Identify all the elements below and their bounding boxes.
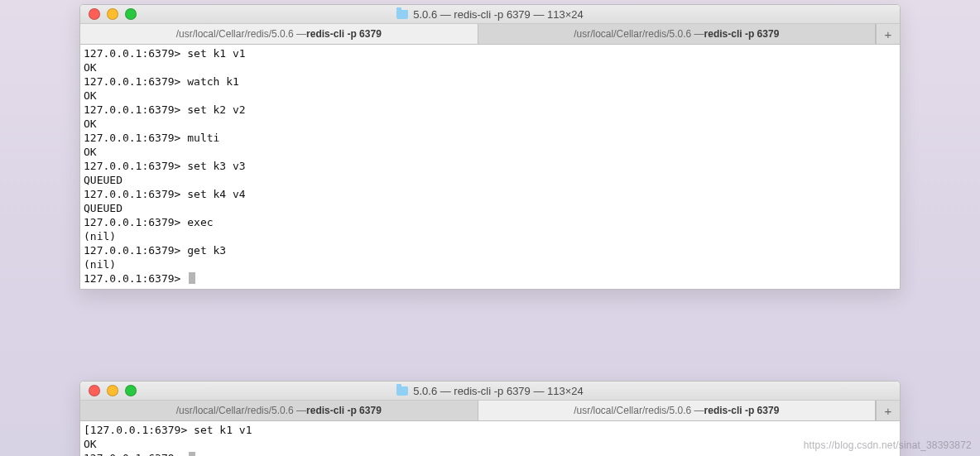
tab-cmd: redis-cli -p 6379	[306, 28, 382, 40]
prompt-line: 127.0.0.1:6379> multi	[84, 131, 896, 145]
traffic-lights	[80, 8, 137, 20]
prompt-line: 127.0.0.1:6379>	[84, 271, 896, 286]
tab-cmd: redis-cli -p 6379	[704, 28, 780, 40]
tab-bar: /usr/local/Cellar/redis/5.0.6 — redis-cl…	[80, 24, 900, 45]
output-line: (nil)	[84, 229, 896, 243]
prompt-line: 127.0.0.1:6379> set k4 v4	[84, 187, 896, 201]
close-icon[interactable]	[89, 8, 100, 20]
tab-2[interactable]: /usr/local/Cellar/redis/5.0.6 — redis-cl…	[478, 401, 877, 420]
close-icon[interactable]	[89, 385, 100, 396]
tab-bar: /usr/local/Cellar/redis/5.0.6 — redis-cl…	[80, 401, 900, 421]
terminal-output[interactable]: 127.0.0.1:6379> set k1 v1OK127.0.0.1:637…	[80, 45, 900, 289]
folder-icon	[396, 386, 408, 396]
zoom-icon[interactable]	[125, 385, 137, 396]
minimize-icon[interactable]	[107, 385, 118, 396]
minimize-icon[interactable]	[107, 8, 118, 20]
output-line: (nil)	[84, 257, 896, 271]
window-title: 5.0.6 — redis-cli -p 6379 — 113×24	[80, 385, 900, 397]
output-line: OK	[84, 145, 896, 159]
output-line: QUEUED	[84, 201, 896, 215]
output-line: QUEUED	[84, 173, 896, 187]
tab-path: /usr/local/Cellar/redis/5.0.6 —	[574, 28, 704, 40]
window-title-text: 5.0.6 — redis-cli -p 6379 — 113×24	[413, 385, 584, 397]
tab-1[interactable]: /usr/local/Cellar/redis/5.0.6 — redis-cl…	[80, 24, 478, 44]
prompt-line: 127.0.0.1:6379> set k2 v2	[84, 103, 896, 117]
output-line: OK	[84, 89, 896, 103]
titlebar[interactable]: 5.0.6 — redis-cli -p 6379 — 113×24	[80, 382, 900, 401]
output-line: OK	[84, 117, 896, 131]
traffic-lights	[80, 385, 137, 396]
watermark-text: https://blog.csdn.net/sinat_38393872	[804, 439, 972, 451]
prompt-line: 127.0.0.1:6379>	[84, 451, 896, 456]
tab-path: /usr/local/Cellar/redis/5.0.6 —	[176, 28, 306, 40]
window-title-text: 5.0.6 — redis-cli -p 6379 — 113×24	[413, 8, 584, 21]
tab-path: /usr/local/Cellar/redis/5.0.6 —	[574, 405, 704, 416]
output-line: OK	[84, 60, 896, 74]
terminal-window-1: 5.0.6 — redis-cli -p 6379 — 113×24 /usr/…	[79, 4, 901, 290]
tab-1[interactable]: /usr/local/Cellar/redis/5.0.6 — redis-cl…	[80, 401, 478, 420]
prompt-line: 127.0.0.1:6379> set k1 v1	[84, 46, 896, 60]
prompt-line: 127.0.0.1:6379> exec	[84, 215, 896, 229]
tab-cmd: redis-cli -p 6379	[306, 405, 382, 416]
window-title: 5.0.6 — redis-cli -p 6379 — 113×24	[80, 8, 900, 21]
prompt-line: 127.0.0.1:6379> get k3	[84, 243, 896, 257]
output-line: OK	[84, 437, 896, 451]
cursor-icon	[189, 272, 195, 284]
terminal-window-2: 5.0.6 — redis-cli -p 6379 — 113×24 /usr/…	[79, 381, 901, 456]
cursor-icon	[189, 452, 195, 456]
terminal-output[interactable]: [127.0.0.1:6379> set k1 v1OK127.0.0.1:63…	[80, 421, 900, 456]
folder-icon	[396, 10, 408, 19]
prompt-line: 127.0.0.1:6379> set k3 v3	[84, 159, 896, 173]
tab-path: /usr/local/Cellar/redis/5.0.6 —	[176, 405, 306, 416]
tab-2[interactable]: /usr/local/Cellar/redis/5.0.6 — redis-cl…	[478, 24, 877, 44]
new-tab-button[interactable]: +	[876, 24, 900, 44]
titlebar[interactable]: 5.0.6 — redis-cli -p 6379 — 113×24	[80, 5, 900, 24]
tab-cmd: redis-cli -p 6379	[704, 405, 780, 416]
zoom-icon[interactable]	[125, 8, 137, 20]
prompt-line: 127.0.0.1:6379> watch k1	[84, 74, 896, 89]
new-tab-button[interactable]: +	[876, 401, 900, 420]
prompt-line: [127.0.0.1:6379> set k1 v1	[84, 423, 896, 437]
